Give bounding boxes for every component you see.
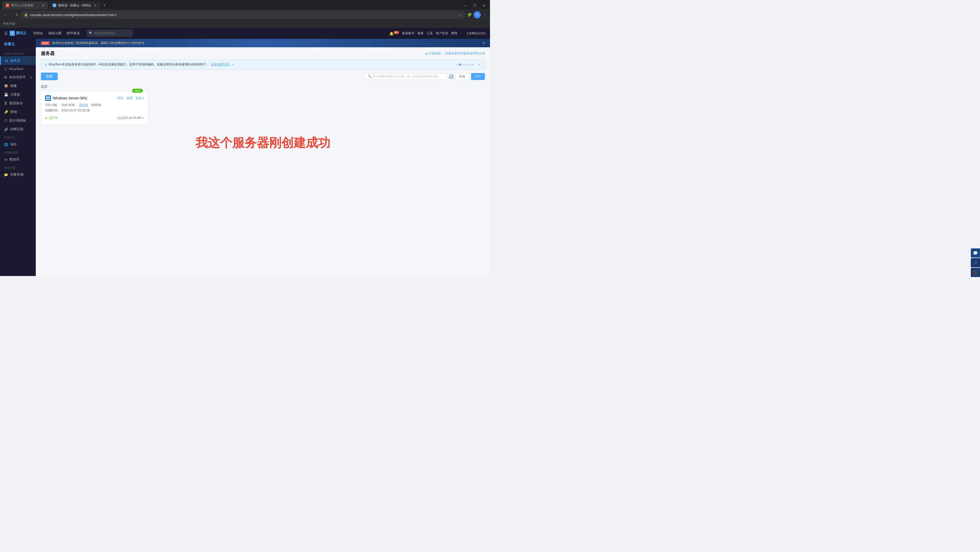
refresh-icon[interactable]: 🔄 — [449, 74, 453, 78]
new-tab-button[interactable]: + — [101, 2, 108, 9]
browser-chrome: 百 腾讯云·百度搜索 ✕ 云 服务器 - 轻量云 - 控制台 ✕ + — ❐ ✕ — [0, 0, 490, 9]
view-card-button[interactable]: 卡片 — [471, 73, 485, 80]
sidebar-item-server[interactable]: 🖥 服务器 — [0, 56, 36, 65]
cloud-portal-label[interactable]: 云原网站主控台 — [466, 32, 486, 35]
top-nav: ☰ T 腾讯云 控制台 域名注册 邮件推送 🔍 轻量应用服务器 🔔99+ 集团账… — [0, 28, 490, 39]
back-button[interactable]: ← — [3, 13, 7, 17]
star-icon[interactable]: ☆ — [458, 13, 461, 17]
info-link[interactable]: 首单免费试用 — [211, 62, 229, 67]
banner-text[interactable]: 邀请好友选购热门游戏联机服务器，解锁1.5折续费折扣>>>前往参与 — [52, 41, 144, 45]
browser-tab-active[interactable]: 云 服务器 - 轻量云 - 控制台 ✕ — [49, 2, 100, 9]
address-bar[interactable]: 🔒 console.cloud.tencent.com/lighthouse/i… — [21, 11, 465, 19]
search-placeholder-text[interactable]: 多个关键字用逗号分·分隔，多个过滤词请用逗号分隔 — [373, 75, 438, 78]
clouddisk-label: 云硬盘 — [10, 92, 20, 97]
sidebar-item-database[interactable]: 🗃 数据库 — [0, 155, 36, 164]
nav-right-fee[interactable]: 费用 — [451, 31, 457, 35]
firewall-icon: 🛡 — [4, 119, 7, 122]
storage-icon: 📂 — [4, 173, 8, 177]
notification-badge: 99+ — [394, 31, 399, 34]
promotion-banner: HOT 邀请好友选购热门游戏联机服务器，解锁1.5折续费折扣>>>前往参与 ✕ — [36, 39, 490, 47]
renew-action[interactable]: 续费 — [126, 96, 133, 100]
new-server-button[interactable]: 新建 — [41, 73, 58, 80]
nav-right-group[interactable]: 集团账号 — [402, 31, 414, 35]
new-badge: New — [132, 89, 143, 93]
nav-item-console[interactable]: 控制台 — [31, 31, 46, 35]
server-card-header: Windows Server-5Riz 登录 续费 更多 ▾ — [45, 95, 144, 101]
hot-badge: HOT — [41, 41, 50, 45]
server-name[interactable]: Windows Server-5Riz — [53, 96, 88, 100]
tab-close-1[interactable]: ✕ — [42, 3, 45, 7]
nav-right-record[interactable]: 备案 — [417, 31, 423, 35]
copy-ip-icon[interactable]: ⧉ — [142, 116, 144, 119]
firewall-label: 防火墙模板 — [10, 118, 26, 123]
storage-label: 对象存储 — [10, 172, 24, 177]
clouddisk-icon: 💾 — [4, 93, 8, 97]
nav-item-domain[interactable]: 域名注册 — [46, 31, 64, 35]
info-link-icon: ↗ — [231, 63, 234, 67]
server-name-area: Windows Server-5Riz — [45, 95, 88, 101]
url-text[interactable]: console.cloud.tencent.com/lighthouse/ins… — [30, 13, 456, 17]
image-label: 镜像 — [10, 84, 17, 88]
network-label: 内网互联 — [10, 127, 24, 132]
sidebar-item-backup[interactable]: 🗄 数据备份 — [0, 99, 36, 108]
login-action[interactable]: 登录 — [117, 96, 123, 100]
app-wrapper: ☰ T 腾讯云 控制台 域名注册 邮件推送 🔍 轻量应用服务器 🔔99+ 集团账… — [0, 28, 490, 276]
dot-2 — [459, 64, 461, 66]
server-card: New — [41, 91, 148, 124]
search-nav-placeholder[interactable]: 轻量应用服务器 — [94, 31, 115, 35]
menu-icon[interactable]: ⋮ — [483, 13, 487, 17]
svg-rect-1 — [48, 96, 50, 98]
profile-icon[interactable]: A — [474, 11, 481, 18]
sidebar-item-clouddisk[interactable]: 💾 云硬盘 — [0, 90, 36, 99]
sidebar-item-firewall[interactable]: 🛡 防火墙模板 — [0, 116, 36, 125]
server-card-footer: 运行中 (公)101.42.43.48 ⧉ — [45, 116, 144, 120]
top-nav-search-box[interactable]: 🔍 轻量应用服务器 — [87, 30, 133, 37]
tab-title-2: 服务器 - 轻量云 - 控制台 — [58, 3, 91, 8]
extensions-icon[interactable]: 🧩 — [467, 13, 472, 17]
nav-right-bell[interactable]: 🔔99+ — [389, 31, 399, 35]
tab-close-2[interactable]: ✕ — [94, 3, 97, 7]
sidebar-item-automation[interactable]: ⚙ 自动化助手 ▾ — [0, 73, 36, 81]
automation-label: 自动化助手 — [9, 75, 26, 80]
sidebar-item-image[interactable]: 📦 镜像 — [0, 81, 36, 90]
header-link-2[interactable]: 查看轻量应用服务器帮助文档 — [445, 51, 485, 56]
header-link-1[interactable]: ☁ 开量最新 — [425, 51, 441, 56]
bookmark-item-all[interactable]: 所有书签 — [3, 22, 15, 26]
tab-favicon-1: 百 — [6, 3, 9, 7]
servers-grid: New — [36, 91, 490, 124]
nav-right-tools[interactable]: 工具 — [426, 31, 433, 35]
tencent-name: 腾讯云 — [16, 31, 27, 35]
automation-icon: ⚙ — [4, 75, 7, 79]
nav-right-support[interactable]: 客户支持 — [436, 31, 448, 35]
sidebar-item-orcaterm[interactable]: ⬡ OrcaTerm ↗ — [0, 65, 36, 73]
more-action[interactable]: 更多 ▾ — [136, 96, 144, 100]
disk-label[interactable]: 系统盘 — [79, 103, 88, 107]
forward-button[interactable]: → — [9, 13, 13, 17]
server-ip-area: (公)101.42.43.48 ⧉ — [118, 116, 144, 120]
view-list-button[interactable]: 列表 — [455, 73, 469, 80]
window-controls: — ❐ ✕ — [461, 3, 488, 9]
minimize-button[interactable]: — — [461, 3, 469, 8]
sidebar-item-storage[interactable]: 📂 对象存储 — [0, 170, 36, 179]
maximize-button[interactable]: ❐ — [470, 3, 479, 8]
nav-item-mail[interactable]: 邮件推送 — [64, 31, 83, 35]
server-actions: 登录 续费 更多 ▾ — [117, 96, 144, 100]
tencent-icon: T — [10, 31, 15, 36]
close-button[interactable]: ✕ — [480, 3, 488, 8]
reload-button[interactable]: ↻ — [15, 13, 18, 17]
sidebar-item-key[interactable]: 🔑 密钥 — [0, 108, 36, 116]
search-bar[interactable]: 🔍 多个关键字用逗号分·分隔，多个过滤词请用逗号分隔 — [365, 73, 447, 80]
info-icon: ℹ — [45, 63, 46, 67]
annotation-text: 我这个服务器刚创建成功 — [36, 124, 490, 161]
sidebar-item-domain[interactable]: 🌐 域名 — [0, 140, 36, 149]
sidebar-item-network[interactable]: 🔗 内网互联 — [0, 125, 36, 134]
sidebar-section-domain-label: 轻量域名 — [0, 134, 36, 140]
hamburger-icon[interactable]: ☰ — [4, 31, 8, 36]
banner-close-icon[interactable]: ✕ — [482, 41, 485, 45]
page-title: 服务器 — [41, 50, 55, 56]
dot-6 — [470, 64, 471, 65]
backup-label: 数据备份 — [10, 101, 23, 105]
browser-tab-inactive[interactable]: 百 腾讯云·百度搜索 ✕ — [2, 2, 48, 9]
toolbar: 新建 🔍 多个关键字用逗号分·分隔，多个过滤词请用逗号分隔 🔄 列表 卡片 — [36, 70, 490, 83]
info-banner-close-icon[interactable]: ✕ — [478, 63, 480, 67]
